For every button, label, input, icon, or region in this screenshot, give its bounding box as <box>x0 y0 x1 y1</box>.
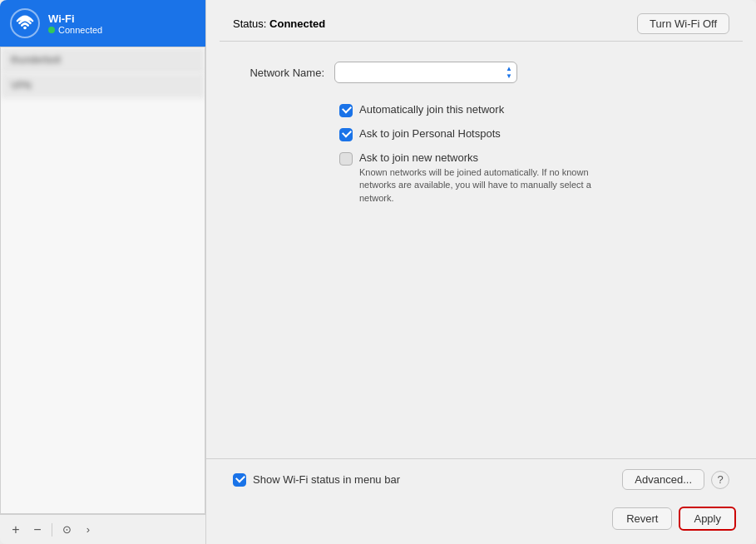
checkboxes-area: Automatically join this network Ask to j… <box>233 103 729 205</box>
turn-wifi-off-button[interactable]: Turn Wi-Fi Off <box>637 13 729 34</box>
checkbox-row-auto-join: Automatically join this network <box>339 103 729 117</box>
status-bar: Status: Connected Turn Wi-Fi Off <box>206 0 756 41</box>
sidebar: Wi-Fi Connected thunderbolt VPN + − ⊙ › <box>0 0 206 544</box>
status-label-area: Status: Connected <box>233 17 325 30</box>
show-wifi-status-row: Show Wi-Fi status in menu bar <box>233 472 400 487</box>
sidebar-network-list: thunderbolt VPN <box>0 47 205 514</box>
bottom-right-buttons: Advanced... ? <box>622 469 729 490</box>
ask-new-label-area: Ask to join new networks Known networks … <box>359 151 625 205</box>
ask-hotspot-checkbox[interactable] <box>339 128 353 141</box>
sidebar-bottom-bar: + − ⊙ › <box>0 514 205 544</box>
show-wifi-status-checkbox[interactable] <box>233 473 246 487</box>
network-name-select-wrapper: ▲ ▼ <box>334 62 517 83</box>
show-wifi-status-label: Show Wi-Fi status in menu bar <box>253 473 400 486</box>
sidebar-item-text: Wi-Fi Connected <box>48 12 102 35</box>
network-name-row: Network Name: ▲ ▼ <box>233 62 729 83</box>
settings-area: Network Name: ▲ ▼ <box>206 42 756 458</box>
auto-join-checkbox[interactable] <box>339 104 353 117</box>
bottom-bar-separator <box>52 523 52 537</box>
chevron-button[interactable]: › <box>79 521 97 539</box>
network-name-select[interactable] <box>334 62 517 83</box>
help-button[interactable]: ? <box>711 471 729 489</box>
status-value: Connected <box>269 17 325 30</box>
add-network-button[interactable]: + <box>7 521 25 539</box>
wifi-icon-container <box>10 8 40 38</box>
action-button[interactable]: ⊙ <box>57 521 76 539</box>
sidebar-item-wifi[interactable]: Wi-Fi Connected <box>0 0 205 47</box>
bottom-section: Show Wi-Fi status in menu bar Advanced..… <box>206 458 756 500</box>
apply-button[interactable]: Apply <box>679 507 736 531</box>
wifi-settings-window: Wi-Fi Connected thunderbolt VPN + − ⊙ › <box>0 0 756 544</box>
list-item[interactable]: VPN <box>1 73 205 98</box>
checkbox-row-ask-new: Ask to join new networks Known networks … <box>339 151 729 205</box>
wifi-icon <box>16 14 34 32</box>
status-indicator-dot <box>48 27 55 33</box>
main-content: Status: Connected Turn Wi-Fi Off Network… <box>206 0 756 544</box>
auto-join-label: Automatically join this network <box>359 103 504 116</box>
ask-hotspot-label-area: Ask to join Personal Hotspots <box>359 127 501 140</box>
ask-hotspot-label: Ask to join Personal Hotspots <box>359 127 501 140</box>
ask-new-description: Known networks will be joined automatica… <box>359 166 625 205</box>
sidebar-item-name: Wi-Fi <box>48 12 102 25</box>
footer-buttons: Revert Apply <box>206 500 756 544</box>
svg-point-0 <box>23 27 27 30</box>
checkbox-row-ask-hotspot: Ask to join Personal Hotspots <box>339 127 729 141</box>
advanced-button[interactable]: Advanced... <box>622 469 704 490</box>
remove-network-button[interactable]: − <box>28 521 47 539</box>
list-item[interactable]: thunderbolt <box>1 47 205 73</box>
sidebar-status-text: Connected <box>58 25 102 35</box>
status-label: Status: <box>233 17 266 30</box>
content-area: Wi-Fi Connected thunderbolt VPN + − ⊙ › <box>0 0 756 544</box>
ask-new-networks-checkbox[interactable] <box>339 152 353 166</box>
sidebar-item-status: Connected <box>48 25 102 35</box>
ask-new-label: Ask to join new networks <box>359 151 478 164</box>
revert-button[interactable]: Revert <box>612 507 672 530</box>
network-name-label: Network Name: <box>233 67 324 79</box>
auto-join-label-area: Automatically join this network <box>359 103 504 116</box>
